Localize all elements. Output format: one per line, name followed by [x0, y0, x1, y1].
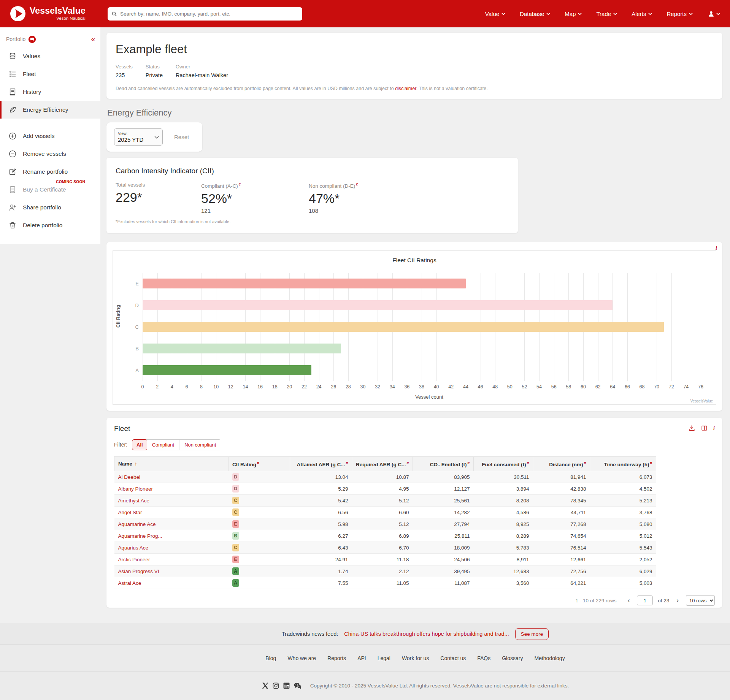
footer-link-glossary[interactable]: Glossary — [502, 655, 523, 661]
footer-bottom-bar: Copyright © 2010 - 2025 VesselsValue Ltd… — [0, 671, 730, 700]
footer-link-legal[interactable]: Legal — [378, 655, 390, 661]
vessel-name-link[interactable]: Angel Star — [118, 510, 142, 515]
sidebar-item-rename-portfolio[interactable]: Rename portfolio — [0, 163, 100, 181]
x-tick: 42 — [448, 384, 454, 390]
sidebar-item-label: Delete portfolio — [23, 222, 62, 229]
cell-co2: 12,127 — [413, 483, 474, 495]
column-header-required-aer-g-c[interactable]: Required AER (g C...e — [352, 456, 413, 471]
cell-required: 6.70 — [352, 542, 413, 554]
table-row[interactable]: Astral AceA7.5511.0511,0873,56064,2215,0… — [114, 577, 656, 589]
reset-button[interactable]: Reset — [174, 134, 189, 140]
column-header-attained-aer-g-c[interactable]: Attained AER (g C...e — [290, 456, 352, 471]
column-header-distance-nm[interactable]: Distance (nm)e — [533, 456, 590, 471]
column-header-name[interactable]: Name↑ — [114, 456, 229, 471]
sidebar-item-values[interactable]: Values — [0, 47, 100, 65]
gridline — [686, 273, 686, 381]
column-header-fuel-consumed-t[interactable]: Fuel consumed (t)e — [474, 456, 533, 471]
columns-icon[interactable] — [701, 424, 708, 433]
cii-rating-badge: E — [232, 520, 239, 528]
cell-time: 3,768 — [590, 507, 656, 518]
footer-link-reports[interactable]: Reports — [327, 655, 346, 661]
leaf-icon — [8, 106, 17, 114]
x-icon[interactable] — [262, 682, 269, 689]
next-page-button[interactable]: › — [674, 596, 681, 605]
user-menu[interactable] — [708, 10, 720, 17]
sidebar-item-label: Add vessels — [23, 133, 55, 139]
prev-page-button[interactable]: ‹ — [625, 596, 632, 605]
filter-non-compliant[interactable]: Non compliant — [179, 440, 221, 450]
rows-per-page-select[interactable]: 10 rows — [686, 595, 715, 606]
table-row[interactable]: Aquarius AceC6.436.7018,0095,78376,5145,… — [114, 542, 656, 554]
nav-item-trade[interactable]: Trade — [596, 11, 617, 17]
footer-link-who-we-are[interactable]: Who we are — [287, 655, 316, 661]
vessel-name-link[interactable]: Albany Pioneer — [118, 486, 153, 492]
vessel-name-link[interactable]: Amethyst Ace — [118, 498, 150, 504]
footer-link-faqs[interactable]: FAQs — [477, 655, 490, 661]
search-input[interactable] — [120, 11, 298, 17]
sidebar-item-history[interactable]: History — [0, 83, 100, 101]
vessel-name-link[interactable]: Aquarius Ace — [118, 545, 149, 551]
table-row[interactable]: Angel StarC6.566.6014,2824,58644,7113,76… — [114, 507, 656, 518]
filter-compliant[interactable]: Compliant — [147, 440, 180, 450]
nav-item-reports[interactable]: Reports — [667, 11, 693, 17]
download-icon[interactable] — [688, 424, 695, 433]
vessel-name-link[interactable]: Aquamarine Prog... — [118, 533, 162, 539]
table-row[interactable]: Albany PioneerD5.294.9512,1273,89442,838… — [114, 483, 656, 495]
footer-link-api[interactable]: API — [357, 655, 366, 661]
nav-item-database[interactable]: Database — [520, 11, 550, 17]
table-row[interactable]: Amethyst AceC5.425.1225,5618,20878,3455,… — [114, 495, 656, 507]
x-tick: 74 — [683, 384, 689, 390]
vessel-name-link[interactable]: Asian Progress VI — [118, 569, 159, 574]
nav-item-alerts[interactable]: Alerts — [632, 11, 652, 17]
x-tick: 40 — [434, 384, 439, 390]
info-icon[interactable]: i — [713, 426, 715, 432]
bar-C — [143, 322, 664, 332]
x-tick: 0 — [141, 384, 144, 390]
vessel-name-link[interactable]: Astral Ace — [118, 580, 141, 586]
footer-link-contact-us[interactable]: Contact us — [440, 655, 466, 661]
brand-logo[interactable]: VesselsValue Veson Nautical — [10, 6, 86, 22]
page-number-input[interactable] — [637, 595, 653, 605]
bar-A — [143, 365, 311, 375]
sidebar-item-buy-a-certificate[interactable]: Buy a CertificateCOMING SOON — [0, 181, 100, 198]
cell-co2: 11,087 — [413, 577, 474, 589]
cell-distance: 44,711 — [533, 507, 590, 518]
filter-all[interactable]: All — [132, 439, 148, 450]
pagination-range: 1 - 10 of 229 rows — [576, 598, 617, 603]
see-more-button[interactable]: See more — [515, 628, 549, 640]
wechat-icon[interactable] — [294, 682, 302, 689]
nav-item-value[interactable]: Value — [485, 11, 505, 17]
estimate-flag: e — [356, 182, 358, 186]
linkedin-icon[interactable] — [283, 682, 290, 689]
vessel-name-link[interactable]: Al Deebel — [118, 474, 141, 480]
disclaimer-link[interactable]: disclaimer — [395, 86, 416, 91]
x-tick: 62 — [595, 384, 601, 390]
table-row[interactable]: Aquamarine Prog...B6.276.8925,8118,28974… — [114, 530, 656, 542]
sidebar-item-add-vessels[interactable]: Add vessels — [0, 127, 100, 145]
column-header-cii-rating[interactable]: CII Ratinge — [229, 456, 290, 471]
table-row[interactable]: Aquamarine AceE5.985.1227,7948,92577,268… — [114, 518, 656, 530]
table-row[interactable]: Arctic PioneerE24.9111.1824,5068,91112,6… — [114, 554, 656, 565]
sidebar-item-fleet[interactable]: Fleet — [0, 65, 100, 83]
sidebar-item-remove-vessels[interactable]: Remove vessels — [0, 145, 100, 163]
footer-link-work-for-us[interactable]: Work for us — [402, 655, 429, 661]
sidebar-collapse-button[interactable]: « — [91, 35, 95, 43]
view-select[interactable]: View: 2025 YTD — [114, 128, 163, 146]
portfolio-header-card: Example fleet Vessels235StatusPrivateOwn… — [106, 33, 722, 99]
nav-item-map[interactable]: Map — [565, 11, 582, 17]
chart-x-axis-label: Vessel count — [113, 394, 716, 400]
table-row[interactable]: Al DeebelD13.0410.8783,90530,51181,9416,… — [114, 471, 656, 483]
column-header-co-emitted-t[interactable]: CO₂ Emitted (t)e — [413, 456, 474, 471]
vessel-name-link[interactable]: Arctic Pioneer — [118, 557, 150, 562]
news-headline-link[interactable]: China-US talks breakthrough offers hope … — [344, 631, 509, 637]
footer-link-methodology[interactable]: Methodology — [534, 655, 565, 661]
column-header-time-underway-h[interactable]: Time underway (h)e — [590, 456, 656, 471]
vessel-name-link[interactable]: Aquamarine Ace — [118, 521, 156, 527]
sidebar-item-energy-efficiency[interactable]: Energy Efficiency — [0, 101, 100, 119]
footer-link-blog[interactable]: Blog — [265, 655, 276, 661]
sidebar-item-delete-portfolio[interactable]: Delete portfolio — [0, 216, 100, 234]
share-user-icon — [8, 203, 17, 212]
table-row[interactable]: Asian Progress VIA1.742.1239,49512,68372… — [114, 565, 656, 577]
instagram-icon[interactable] — [272, 682, 279, 689]
sidebar-item-share-portfolio[interactable]: Share portfolio — [0, 198, 100, 216]
